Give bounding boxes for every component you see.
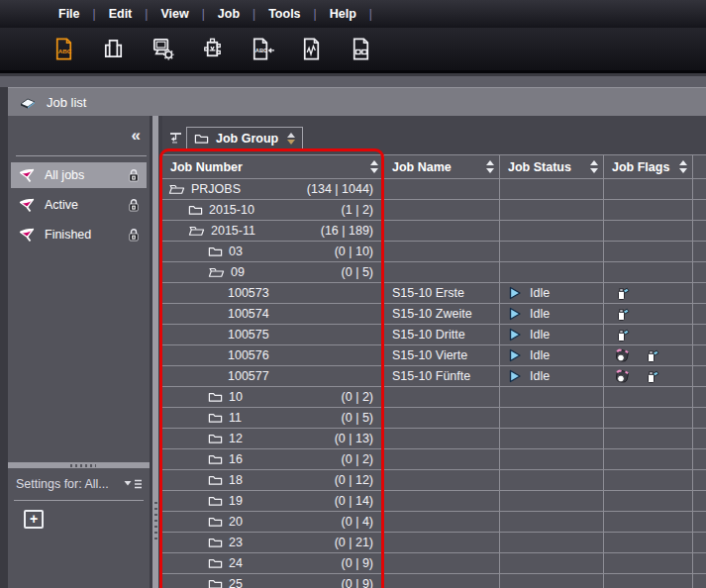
job-name-cell bbox=[384, 470, 500, 490]
printer-icon[interactable] bbox=[100, 36, 127, 62]
job-name-cell bbox=[384, 200, 500, 220]
table-row[interactable]: 20(0 | 4) bbox=[162, 512, 706, 533]
spacer-cell bbox=[693, 574, 706, 588]
spacer-cell bbox=[693, 283, 706, 303]
job-flags-cell bbox=[604, 553, 693, 573]
collapse-tree-icon[interactable] bbox=[167, 132, 183, 145]
table-row[interactable]: 100576S15-10 VierteIdle bbox=[162, 345, 706, 366]
job-number-cell: 16(0 | 2) bbox=[162, 449, 384, 469]
filter-finished[interactable]: Finished bbox=[11, 222, 147, 247]
column-header-job-status[interactable]: Job Status bbox=[500, 155, 604, 178]
group-by-selector[interactable]: Job Group bbox=[186, 127, 303, 150]
computer-settings-icon[interactable] bbox=[150, 36, 176, 62]
job-status-cell bbox=[500, 262, 604, 282]
settings-menu-icon[interactable] bbox=[122, 478, 144, 490]
table-row[interactable]: 03(0 | 10) bbox=[162, 242, 706, 262]
sort-icon[interactable] bbox=[370, 160, 378, 173]
spacer-cell bbox=[693, 512, 706, 532]
group-spinner-icon[interactable] bbox=[287, 133, 295, 145]
folder-open-icon bbox=[208, 266, 225, 278]
job-table: Job Group Job NumberJob NameJob StatusJo… bbox=[162, 116, 706, 588]
folder-closed-icon bbox=[208, 245, 223, 257]
spacer-cell bbox=[693, 429, 706, 448]
group-count: (0 | 13) bbox=[335, 432, 383, 445]
menu-view[interactable]: View bbox=[148, 7, 201, 21]
filter-active[interactable]: Active bbox=[11, 192, 147, 218]
add-filter-button[interactable]: + bbox=[24, 510, 44, 529]
table-row[interactable]: 2015-10(1 | 2) bbox=[162, 200, 706, 221]
job-flags-cell bbox=[604, 429, 693, 448]
menu-job[interactable]: Job bbox=[205, 7, 252, 21]
job-status-cell: Idle bbox=[500, 325, 604, 344]
table-row[interactable]: 100574S15-10 ZweiteIdle bbox=[162, 304, 706, 325]
menu-file[interactable]: File bbox=[46, 7, 93, 21]
job-flags-cell bbox=[604, 325, 693, 344]
filter-label: Finished bbox=[45, 228, 121, 242]
job-status-cell bbox=[500, 449, 604, 469]
table-row[interactable]: 19(0 | 14) bbox=[162, 491, 706, 512]
job-number-cell: 100576 bbox=[162, 345, 384, 365]
job-name-cell: S15-10 Erste bbox=[384, 283, 500, 303]
lock-icon bbox=[128, 198, 140, 212]
job-flags-cell bbox=[604, 221, 693, 241]
job-name-cell bbox=[384, 262, 500, 282]
import-text-icon[interactable]: ABC bbox=[249, 36, 275, 62]
job-flags-cell bbox=[604, 533, 693, 552]
press-device-icon[interactable] bbox=[199, 36, 226, 62]
group-name: 23 bbox=[229, 536, 243, 549]
job-number-cell: 100577 bbox=[162, 366, 384, 386]
table-row[interactable]: 100575S15-10 DritteIdle bbox=[162, 325, 706, 345]
play-icon bbox=[508, 328, 522, 342]
sort-icon[interactable] bbox=[486, 160, 494, 173]
spacer-cell bbox=[693, 553, 706, 573]
job-number-cell: 11(0 | 5) bbox=[162, 408, 384, 428]
table-row[interactable]: 24(0 | 9) bbox=[162, 553, 706, 574]
table-row[interactable]: PRJOBS(134 | 1044) bbox=[162, 179, 706, 200]
job-status-cell bbox=[500, 242, 604, 261]
job-name-cell bbox=[384, 387, 500, 407]
folder-closed-icon bbox=[208, 557, 223, 569]
group-name: 2015-11 bbox=[211, 224, 255, 238]
table-row[interactable]: 23(0 | 21) bbox=[162, 533, 706, 553]
group-count: (0 | 5) bbox=[342, 265, 383, 279]
menu-help[interactable]: Help bbox=[317, 7, 369, 21]
table-row[interactable]: 11(0 | 5) bbox=[162, 408, 706, 429]
group-name: 19 bbox=[229, 494, 243, 508]
folder-closed-icon bbox=[208, 578, 223, 588]
table-row[interactable]: 100577S15-10 FünfteIdle bbox=[162, 366, 706, 387]
column-header-job-flags[interactable]: Job Flags bbox=[604, 155, 693, 178]
vertical-splitter[interactable] bbox=[150, 116, 162, 588]
group-name: 11 bbox=[229, 411, 242, 425]
group-name: 09 bbox=[231, 265, 245, 279]
table-row[interactable]: 10(0 | 2) bbox=[162, 387, 706, 408]
column-label: Job Number bbox=[170, 160, 243, 174]
table-row[interactable]: 18(0 | 12) bbox=[162, 470, 706, 491]
folder-open-icon bbox=[188, 225, 205, 237]
job-status-cell: Idle bbox=[500, 366, 604, 386]
collapse-sidebar-button[interactable]: « bbox=[132, 127, 141, 144]
settings-label: Settings for: All... bbox=[16, 477, 122, 491]
report-icon[interactable] bbox=[298, 36, 325, 62]
table-header: Job NumberJob NameJob StatusJob Flags bbox=[162, 154, 706, 179]
table-row[interactable]: 16(0 | 2) bbox=[162, 449, 706, 470]
column-label: Job Status bbox=[508, 160, 571, 174]
job-number-cell: 19(0 | 14) bbox=[162, 491, 384, 511]
column-header-job-name[interactable]: Job Name bbox=[384, 155, 500, 178]
group-name: 18 bbox=[229, 473, 243, 487]
menu-edit[interactable]: Edit bbox=[96, 7, 146, 21]
job-status-cell bbox=[500, 179, 604, 199]
table-row[interactable]: 2015-11(16 | 189) bbox=[162, 221, 706, 242]
job-list-icon[interactable]: ABC bbox=[50, 36, 77, 62]
menu-tools[interactable]: Tools bbox=[255, 7, 313, 21]
table-row[interactable]: 100573S15-10 ErsteIdle bbox=[162, 283, 706, 304]
filter-all-jobs[interactable]: All jobs bbox=[11, 162, 147, 188]
table-row[interactable]: 25(0 | 9) bbox=[162, 574, 706, 588]
table-row[interactable]: 09(0 | 5) bbox=[162, 262, 706, 283]
sort-icon[interactable] bbox=[590, 160, 598, 173]
column-header-job-number[interactable]: Job Number bbox=[162, 155, 384, 178]
table-row[interactable]: 12(0 | 13) bbox=[162, 429, 706, 449]
group-name: 24 bbox=[229, 556, 243, 570]
linked-document-icon[interactable] bbox=[348, 36, 374, 62]
job-number-cell: 18(0 | 12) bbox=[162, 470, 384, 490]
sort-icon[interactable] bbox=[679, 160, 687, 173]
